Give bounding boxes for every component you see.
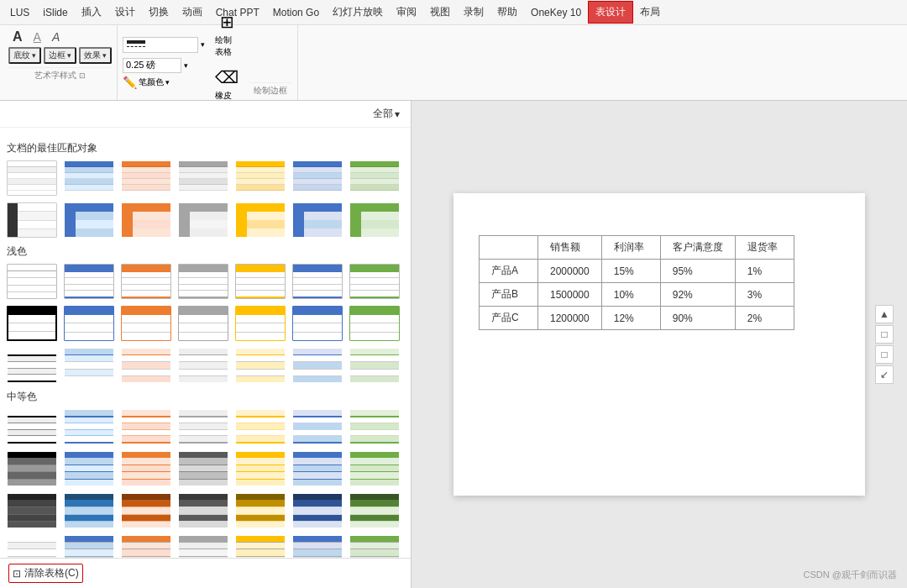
shade-btn[interactable]: 底纹▾: [8, 47, 41, 64]
style-thumb-bm2-6[interactable]: [292, 202, 343, 238]
text-style-shade-btn[interactable]: A: [8, 29, 27, 45]
side-tool-expand[interactable]: ↙: [875, 365, 894, 384]
extra-5[interactable]: [235, 535, 286, 558]
border-drawing-section: ▾ ▾ ✏️ 笔颜色 ▾ ⊞ 绘制表格 ⌫ 橡皮擦 绘制边框: [118, 25, 298, 100]
style-thumb-plain[interactable]: [7, 160, 57, 196]
menu-islide[interactable]: iSlide: [36, 3, 74, 22]
medium-2-7[interactable]: [349, 451, 400, 486]
medium-1-3[interactable]: [121, 409, 171, 444]
clear-table-button[interactable]: ⊡ 清除表格(C): [8, 564, 83, 583]
style-thumb-blue[interactable]: [64, 160, 114, 196]
medium-1-1[interactable]: [7, 409, 57, 444]
menu-layout[interactable]: 布局: [633, 2, 667, 23]
light-3-5[interactable]: [235, 348, 286, 383]
extra-7[interactable]: [349, 535, 400, 558]
light-2-5[interactable]: [235, 306, 286, 341]
light-1-4[interactable]: [178, 264, 228, 299]
style-thumb-bm2-4[interactable]: [178, 202, 228, 238]
style-thumb-gray[interactable]: [178, 160, 228, 196]
medium-3-4[interactable]: [178, 493, 228, 528]
medium-2-1[interactable]: [7, 451, 57, 486]
medium-1-4[interactable]: [178, 409, 228, 444]
side-tool-up[interactable]: ▲: [875, 305, 894, 323]
style-thumb-blue2[interactable]: [292, 160, 343, 196]
medium-3-5[interactable]: [235, 493, 286, 528]
light-2-1[interactable]: [7, 306, 57, 341]
menu-design[interactable]: 设计: [108, 2, 142, 23]
menu-view[interactable]: 视图: [423, 2, 457, 23]
light-2-7[interactable]: [349, 306, 400, 341]
extra-4[interactable]: [178, 535, 228, 558]
style-thumb-bm2-7[interactable]: [349, 202, 400, 238]
style-thumb-yellow[interactable]: [235, 160, 286, 196]
light-2-2[interactable]: [64, 306, 114, 341]
size-dropdown[interactable]: ▾: [184, 61, 188, 70]
data-table[interactable]: 销售额 利润率 客户满意度 退货率 产品A 2000000 15% 95% 1%: [479, 235, 794, 330]
menu-lus[interactable]: LUS: [3, 3, 36, 22]
extra-6[interactable]: [292, 535, 343, 558]
medium-3-6[interactable]: [292, 493, 343, 528]
pen-color-btn[interactable]: ✏️ 笔颜色 ▾: [123, 76, 205, 89]
pen-color-dropdown[interactable]: ▾: [165, 78, 170, 87]
medium-1-7[interactable]: [349, 409, 400, 444]
light-1-1[interactable]: [7, 264, 57, 299]
medium-3-3[interactable]: [121, 493, 171, 528]
style-thumb-orange[interactable]: [121, 160, 171, 196]
style-thumb-bm2-2[interactable]: [64, 202, 114, 238]
light-1-7[interactable]: [349, 264, 400, 299]
text-style-a[interactable]: A: [29, 29, 45, 45]
medium-2-6[interactable]: [292, 451, 343, 486]
effect-btn[interactable]: 效果▾: [79, 47, 112, 64]
medium-3-2[interactable]: [64, 493, 114, 528]
light-3-7[interactable]: [349, 348, 400, 383]
light-1-2[interactable]: [64, 264, 114, 299]
menu-insert[interactable]: 插入: [75, 2, 108, 23]
menu-animation[interactable]: 动画: [176, 2, 209, 23]
medium-2-2[interactable]: [64, 451, 114, 486]
light-3-1[interactable]: [7, 348, 57, 383]
medium-2-3[interactable]: [121, 451, 171, 486]
light-1-3[interactable]: [121, 264, 171, 299]
side-tool-paste[interactable]: □: [875, 345, 894, 364]
side-tool-copy[interactable]: □: [875, 325, 894, 344]
medium-1-5[interactable]: [235, 409, 286, 444]
menu-table-design[interactable]: 表设计: [588, 1, 633, 24]
menu-review[interactable]: 审阅: [390, 2, 423, 23]
medium-1-2[interactable]: [64, 409, 114, 444]
menu-transition[interactable]: 切换: [142, 2, 176, 23]
style-scroll[interactable]: 文档的最佳匹配对象: [0, 128, 411, 558]
menu-onekey[interactable]: OneKey 10: [524, 3, 588, 22]
medium-1-6[interactable]: [292, 409, 343, 444]
line-style-dropdown[interactable]: ▾: [201, 40, 205, 49]
slide-canvas[interactable]: 销售额 利润率 客户满意度 退货率 产品A 2000000 15% 95% 1%: [454, 193, 865, 496]
style-thumb-bm2-5[interactable]: [235, 202, 286, 238]
light-1-6[interactable]: [292, 264, 343, 299]
menu-help[interactable]: 帮助: [490, 2, 524, 23]
border-btn[interactable]: 边框▾: [44, 47, 76, 64]
menu-record[interactable]: 录制: [457, 2, 490, 23]
extra-1[interactable]: [7, 535, 57, 558]
style-thumb-bm2-3[interactable]: [121, 202, 171, 238]
light-2-3[interactable]: [121, 306, 171, 341]
light-1-5[interactable]: [235, 264, 286, 299]
all-dropdown[interactable]: 全部 ▾: [369, 104, 404, 123]
light-2-4[interactable]: [178, 306, 228, 341]
draw-table-btn[interactable]: ⊞ 绘制表格: [208, 8, 245, 61]
light-3-2[interactable]: [64, 348, 114, 383]
light-2-6[interactable]: [292, 306, 343, 341]
light-3-6[interactable]: [292, 348, 343, 383]
style-thumb-bm2-1[interactable]: [7, 202, 57, 238]
medium-2-5[interactable]: [235, 451, 286, 486]
light-3-4[interactable]: [178, 348, 228, 383]
light-3-3[interactable]: [121, 348, 171, 383]
medium-2-4[interactable]: [178, 451, 228, 486]
medium-3-7[interactable]: [349, 493, 400, 528]
extra-2[interactable]: [64, 535, 114, 558]
size-input[interactable]: [123, 58, 181, 73]
medium-3-1[interactable]: [7, 493, 57, 528]
menu-slideshow[interactable]: 幻灯片放映: [326, 2, 390, 23]
menu-motion-go[interactable]: Motion Go: [266, 3, 326, 22]
text-style-a2[interactable]: A: [48, 29, 64, 45]
extra-3[interactable]: [121, 535, 171, 558]
style-thumb-green[interactable]: [349, 160, 400, 196]
